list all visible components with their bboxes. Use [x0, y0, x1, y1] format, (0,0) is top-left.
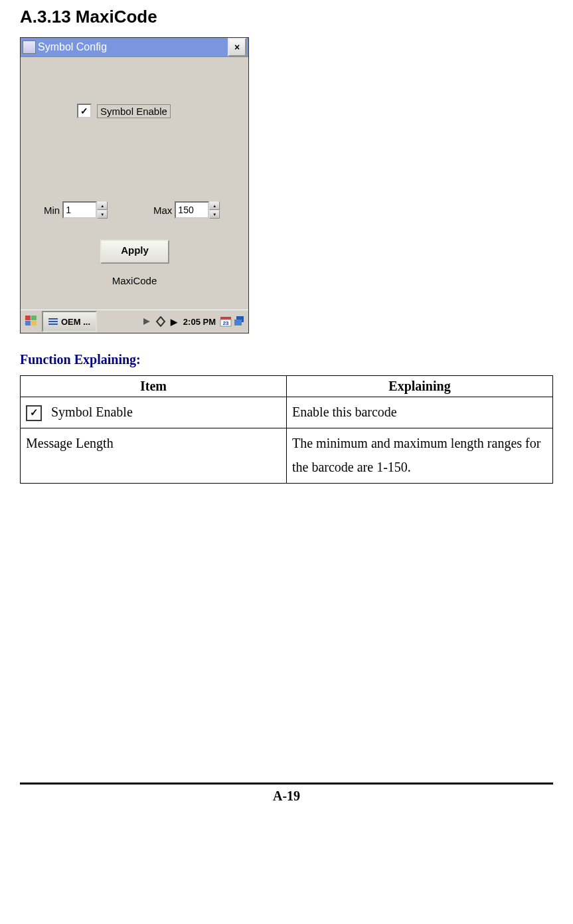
- cell-symbol-enable-explaining: Enable this barcode: [287, 397, 553, 428]
- symbol-enable-row: ✓ Symbol Enable: [77, 104, 171, 118]
- table-row: ✓Symbol Enable Enable this barcode: [21, 397, 553, 428]
- table-header-row: Item Explaining: [21, 376, 553, 397]
- explain-table: Item Explaining ✓Symbol Enable Enable th…: [20, 375, 553, 484]
- svg-rect-0: [220, 317, 231, 320]
- function-explaining-heading: Function Explaining:: [20, 352, 553, 367]
- symbol-enable-checkbox[interactable]: ✓: [77, 104, 92, 118]
- close-button[interactable]: ×: [228, 38, 246, 56]
- window-icon: [23, 41, 36, 54]
- footer-divider: [20, 783, 553, 785]
- section-heading: A.3.13 MaxiCode: [20, 7, 553, 27]
- min-spin-down[interactable]: ▼: [97, 210, 108, 219]
- max-label: Max: [153, 205, 172, 216]
- oem-icon: [48, 318, 58, 325]
- cell-message-length-explaining: The minimum and maximum length ranges fo…: [287, 428, 553, 484]
- taskbar-app-label: OEM ...: [61, 317, 90, 327]
- header-explaining: Explaining: [287, 376, 553, 397]
- taskbar: OEM ... ▶ 2:05 PM 23: [21, 310, 248, 333]
- system-tray: ▶ 2:05 PM 23: [98, 316, 247, 327]
- max-group: Max 150 ▲ ▼: [153, 201, 220, 219]
- cell-item-text: Symbol Enable: [51, 405, 133, 419]
- svg-rect-4: [234, 320, 242, 325]
- symbol-enable-label: Symbol Enable: [97, 104, 171, 118]
- start-button[interactable]: [22, 312, 41, 331]
- max-spin-down[interactable]: ▼: [209, 210, 220, 219]
- tray-clock: 2:05 PM: [183, 317, 216, 327]
- taskbar-app-button[interactable]: OEM ...: [42, 311, 97, 332]
- min-input[interactable]: 1: [62, 201, 97, 219]
- cell-message-length-item: Message Length: [21, 428, 287, 484]
- symbol-config-screenshot: Symbol Config × ✓ Symbol Enable Min 1 ▲ …: [20, 37, 249, 333]
- tray-windows-icon[interactable]: [234, 316, 246, 327]
- windows-flag-icon: [25, 316, 37, 327]
- table-row: Message Length The minimum and maximum l…: [21, 428, 553, 484]
- min-spin-up[interactable]: ▲: [97, 201, 108, 210]
- page-number: A-19: [0, 788, 573, 804]
- window-title: Symbol Config: [38, 41, 228, 53]
- max-spin-up[interactable]: ▲: [209, 201, 220, 210]
- header-item: Item: [21, 376, 287, 397]
- dialog-body: ✓ Symbol Enable Min 1 ▲ ▼ Max 150 ▲: [21, 57, 248, 310]
- tray-icon-1[interactable]: [141, 316, 153, 327]
- tray-calendar-icon[interactable]: 23: [220, 316, 232, 327]
- window-titlebar: Symbol Config ×: [21, 38, 248, 57]
- tray-icon-2[interactable]: [155, 316, 167, 327]
- min-label: Min: [44, 205, 60, 216]
- barcode-name-label: MaxiCode: [21, 275, 248, 286]
- tray-arrow-icon: ▶: [171, 317, 177, 327]
- min-group: Min 1 ▲ ▼: [44, 201, 108, 219]
- svg-text:23: 23: [223, 320, 229, 326]
- max-input[interactable]: 150: [175, 201, 209, 219]
- apply-button[interactable]: Apply: [100, 240, 169, 264]
- cell-symbol-enable-item: ✓Symbol Enable: [21, 397, 287, 428]
- checkbox-icon: ✓: [26, 405, 42, 421]
